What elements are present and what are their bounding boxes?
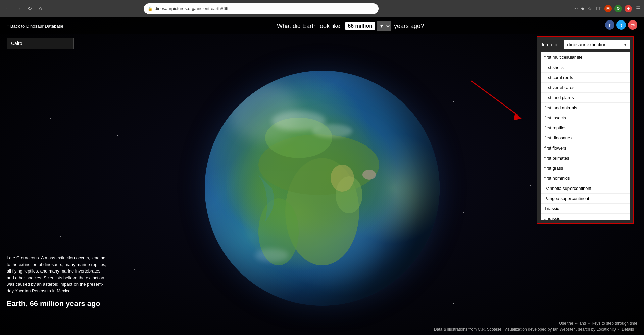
ian-webster-link[interactable]: Ian Webster [553,327,575,332]
jump-to-panel: Jump to... dinosaur extinction ▼ first m… [537,36,634,224]
jump-item-first-land-plants[interactable]: first land plants [541,93,630,103]
million-value: 66 million [345,22,375,30]
menu-dots-icon[interactable]: ⋯ [573,6,578,11]
header-title: What did Earth look like 66 million ▼ ye… [63,21,637,31]
description-text: Late Cretaceous. A mass extinction occur… [7,255,107,294]
million-dropdown[interactable]: ▼ [377,21,391,31]
question-prefix: What did Earth look like [277,23,340,29]
jump-item-first-grass[interactable]: first grass [541,163,630,173]
star-icon[interactable]: ☆ [588,6,592,11]
jump-item-first-vertebrates[interactable]: first vertebrates [541,83,630,93]
jump-item-pangea-supercontinent[interactable]: Pangea supercontinent [541,194,630,204]
home-button[interactable]: ⌂ [36,4,45,13]
jump-item-first-repties[interactable]: first reptiles [541,123,630,133]
description-box: Late Cretaceous. A mass extinction occur… [7,255,107,308]
jump-item-jurassic[interactable]: Jurassic [541,214,630,220]
bookmark-icon[interactable]: ★ [581,6,585,11]
jump-dropdown-arrow: ▼ [623,42,627,47]
mozilla-icon: M [604,5,612,12]
address-bar: 🔒 [144,3,379,14]
jump-item-pannotia-supercontinent[interactable]: Pannotia supercontinent [541,183,630,194]
twitter-button[interactable]: t [616,20,626,30]
million-selector: 66 million ▼ [342,21,391,31]
menu-hamburger-icon[interactable]: ☰ [636,5,641,12]
svg-point-8 [312,124,352,138]
viz-credit: , visualization developed by [503,327,552,332]
forward-button[interactable]: → [14,4,23,13]
footer: Use the ← and → keys to step through tim… [434,321,637,332]
url-input[interactable] [155,6,375,11]
jump-dropdown-list: first multicellular lifefirst shellsfirs… [541,52,630,220]
svg-point-5 [331,165,354,192]
details-link[interactable]: Details » [622,327,637,332]
search-credit: , search by [576,327,596,332]
top-header: Back to Dinosaur Database What did Earth… [0,17,644,34]
svg-point-9 [255,249,289,262]
red-icon: ◆ [625,5,632,12]
jump-header: Jump to... dinosaur extinction ▼ [541,40,630,49]
browser-menu-icons: ⋯ ★ ☆ FF M D ◆ ☰ [573,5,641,12]
jump-item-first-land-animals[interactable]: first land animals [541,103,630,113]
location-search-input[interactable] [7,38,74,49]
earth-title-label: Earth, 66 million years ago [7,299,107,308]
jump-item-first-coral-reefs[interactable]: first coral reefs [541,73,630,83]
globe-container [205,71,440,306]
svg-point-6 [362,170,376,180]
back-to-database-link[interactable]: Back to Dinosaur Database [7,24,63,29]
back-button[interactable]: ← [3,4,13,13]
facebook-button[interactable]: f [605,20,614,30]
location-iq-link[interactable]: LocationIQ [597,327,616,332]
other-icon: D [614,5,622,12]
ff-icon: FF [596,6,602,11]
lock-icon: 🔒 [148,6,153,11]
cr-scotese-link[interactable]: C.R. Scotese [478,327,502,332]
nav-buttons: ← → ↻ ⌂ [3,4,45,13]
jump-item-first-shells[interactable]: first shells [541,62,630,73]
social-icons: f t @ [605,20,637,30]
jump-item-first-dinosaurs[interactable]: first dinosaurs [541,133,630,143]
browser-chrome: ← → ↻ ⌂ 🔒 ⋯ ★ ☆ FF M D ◆ ☰ [0,0,644,17]
refresh-button[interactable]: ↻ [25,4,34,13]
jump-item-first-multicellular-life[interactable]: first multicellular life [541,52,630,62]
jump-item-first-insects[interactable]: first insects [541,113,630,123]
jump-label: Jump to... [541,42,561,47]
jump-select-display[interactable]: dinosaur extinction ▼ [564,40,630,49]
question-suffix: years ago? [394,23,424,29]
jump-item-triassic[interactable]: Triassic [541,204,630,214]
jump-selected-value: dinosaur extinction [567,42,606,47]
jump-item-first-primates[interactable]: first primates [541,153,630,163]
data-credit-prefix: Data & illustrations from [434,327,477,332]
keyboard-hint: Use the ← and → keys to step through tim… [434,321,637,326]
continent-overlay [205,71,440,306]
earth-globe [205,71,440,306]
email-button[interactable]: @ [628,20,637,30]
main-content: Back to Dinosaur Database What did Earth… [0,17,644,335]
search-box-container [7,38,74,49]
jump-item-first-flowers[interactable]: first flowers [541,143,630,153]
credits: Data & illustrations from C.R. Scotese ,… [434,327,637,332]
jump-item-first-hominids[interactable]: first hominids [541,173,630,183]
